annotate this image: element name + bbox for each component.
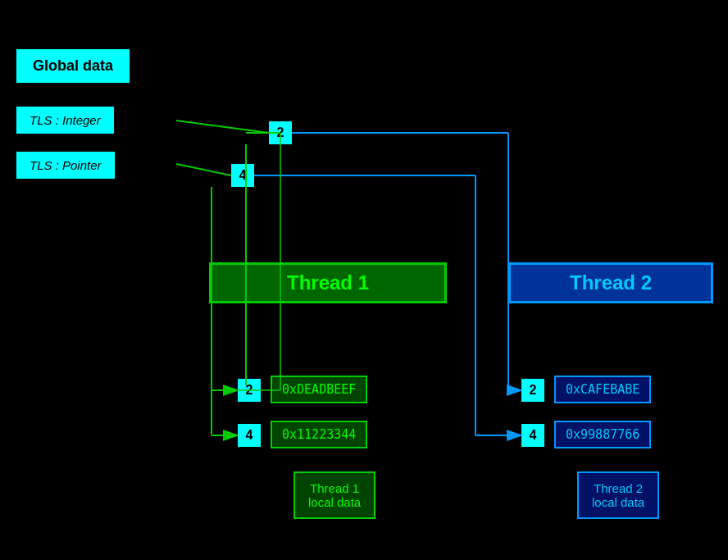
- t2-row1-index: 2: [521, 379, 544, 402]
- svg-line-3: [176, 164, 231, 175]
- t1-row1-index: 2: [238, 379, 261, 402]
- t1-row2-index: 4: [238, 424, 261, 447]
- t1-local-data-label: Thread 1 local data: [293, 471, 375, 519]
- svg-line-2: [176, 121, 269, 133]
- t2-data-row2: 0x99887766: [554, 421, 651, 448]
- top-index-2: 2: [269, 121, 292, 144]
- t1-data-row1: 0xDEADBEEF: [271, 376, 367, 403]
- t2-local-data-label: Thread 2 local data: [577, 471, 659, 519]
- tls-integer-box: TLS : Integer: [16, 107, 114, 134]
- t2-row2-index: 4: [521, 424, 544, 447]
- top-index-4: 4: [231, 164, 254, 187]
- thread1-box: Thread 1: [209, 262, 447, 303]
- tls-pointer-box: TLS : Pointer: [16, 152, 115, 179]
- thread2-box: Thread 2: [508, 262, 713, 303]
- t2-data-row1: 0xCAFEBABE: [554, 376, 651, 403]
- t1-data-row2: 0x11223344: [271, 421, 367, 448]
- global-data-box: Global data: [16, 49, 130, 83]
- diagram-container: Global data TLS : Integer TLS : Pointer …: [0, 0, 728, 560]
